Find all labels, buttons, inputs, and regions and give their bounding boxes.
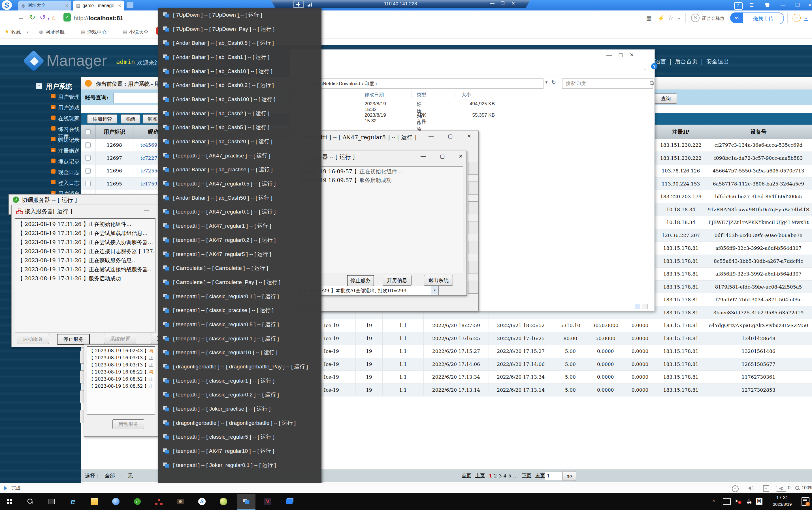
tray-display-icon[interactable] xyxy=(723,499,731,505)
plugin-box-icon[interactable]: + xyxy=(763,485,769,491)
sogou-app-icon[interactable]: S xyxy=(197,496,207,507)
select-all-checkbox[interactable] xyxy=(85,129,91,135)
dropdown-item[interactable]: [ Andar Bahar ] -- [ ab_Cash0.5 ] -- [ 运… xyxy=(158,36,321,50)
maximize-icon[interactable]: ▢ xyxy=(448,133,453,139)
browser-ball-icon[interactable] xyxy=(111,496,121,507)
search-box[interactable]: 搜索"印度" xyxy=(562,79,653,89)
dropdown-item[interactable]: [ Andar Bahar ] -- [ ab_practise ] -- [ … xyxy=(158,163,321,177)
dropdown-item[interactable]: [ teenpatti ] -- [ classic_practise ] --… xyxy=(158,303,321,318)
qr-code-icon[interactable]: ▦ xyxy=(646,15,652,22)
dropdown-item[interactable]: [ teenpatti ] -- [ AK47_regular0.2 ] -- … xyxy=(158,233,321,247)
collapse-icon[interactable]: − xyxy=(36,83,42,89)
query-button[interactable]: 查询 xyxy=(655,93,677,103)
tab-close-icon[interactable]: ✕ xyxy=(62,3,71,8)
minimize-button[interactable]: — xyxy=(781,2,785,8)
minimize-icon[interactable]: — xyxy=(429,133,434,139)
drag-upload-button[interactable]: 拖拽上传 xyxy=(743,12,784,24)
select-none-link[interactable]: 无 xyxy=(128,473,133,479)
close-icon[interactable]: ✕ xyxy=(467,133,471,139)
game-service-dropdown[interactable]: ▲ [ 7UpDown ] -- [ 7UpDown ] -- [ 运行 ] [… xyxy=(158,8,321,494)
sidebar-item[interactable]: → 在线玩家 xyxy=(0,113,81,123)
home-icon[interactable]: ⌂ xyxy=(52,13,56,22)
undo-icon[interactable]: ↺ xyxy=(40,13,46,22)
dropdown-item[interactable]: [ Carroulette ] -- [ Carroulette_Pay ] -… xyxy=(158,275,321,290)
refresh-icon[interactable]: ↻ xyxy=(29,13,35,22)
minimize-icon[interactable]: — xyxy=(144,207,149,213)
sogou-logo-icon[interactable]: S xyxy=(2,0,12,10)
dropdown-item[interactable]: [ teenpatti ] -- [ AK47_regular0.1 ] -- … xyxy=(158,205,321,219)
minimize-icon[interactable]: — xyxy=(606,52,612,58)
dropdown-item[interactable]: [ teenpatti ] -- [ classic_regular0.1 ] … xyxy=(158,290,321,304)
page-first-link[interactable]: 首页 xyxy=(462,472,471,479)
lightning-icon[interactable]: ⚡ xyxy=(658,15,665,22)
address-bar[interactable]: BaiduNetdiskDownload › 印度 › xyxy=(291,79,544,89)
rdp-minimize-icon[interactable]: — xyxy=(490,1,494,6)
tab-game-manager[interactable]: ▤ game - manager syste ✕ xyxy=(73,1,124,10)
column-type[interactable]: 类型 xyxy=(416,91,426,98)
game-ball-app-icon[interactable] xyxy=(218,496,229,507)
dropdown-item[interactable]: [ teenpatti ] -- [ AK47_practise ] -- [ … xyxy=(158,149,321,163)
start-service-button[interactable]: 启动服务 xyxy=(112,419,144,429)
dropdown-item[interactable]: [ teenpatti ] -- [ AK47_regular1 ] -- [ … xyxy=(158,219,321,233)
clock-time[interactable]: 17:31 xyxy=(768,495,796,501)
header-device-id[interactable]: 设备号 xyxy=(705,125,812,139)
star-dropdown-icon[interactable]: ▼ xyxy=(677,17,680,20)
bookmark-novel[interactable]: 小说大全 xyxy=(129,29,148,35)
header-user-id[interactable]: 用户标识 xyxy=(96,125,134,139)
game-server-app-icon[interactable] xyxy=(241,496,252,507)
speaker-icon[interactable] xyxy=(748,486,751,490)
stop-service-button[interactable]: 停止服务 xyxy=(347,275,374,286)
dropdown-item[interactable]: [ teenpatti ] -- [ AK47_regular0.5 ] -- … xyxy=(158,177,321,191)
dropdown-item[interactable]: [ Andar Bahar ] -- [ ab_Cash50 ] -- [ 运行… xyxy=(158,191,321,205)
new-tab-button[interactable] xyxy=(126,2,134,8)
sidebar-item[interactable]: → 赠送记录 xyxy=(0,134,81,145)
sidebar-item[interactable]: → 注册赠送 xyxy=(0,145,81,156)
combo-dropdown-icon[interactable]: ▼ xyxy=(431,286,438,295)
dropdown-item[interactable]: [ teenpatti ] -- [ classic_regular10 ] -… xyxy=(158,346,321,360)
page-next-link[interactable]: 下页 xyxy=(522,472,531,479)
dropdown-item[interactable]: [ teenpatti ] -- [ classic_regular5 ] --… xyxy=(158,430,321,444)
ribbon-collapse-icon[interactable]: ˬ xyxy=(644,65,645,70)
server-console-window[interactable]: 服务器 -- [ 运行 ] — ▢ ✕ 【 2023-08-19 16:09:5… xyxy=(298,151,467,296)
multi-window-badge[interactable]: 2 xyxy=(734,2,743,10)
sidebar-item[interactable]: → 登入日志 xyxy=(0,177,81,188)
page-number-input[interactable]: 1 xyxy=(545,471,563,480)
dropdown-item[interactable]: [ teenpatti ] -- [ AK47_regular5 ] -- [ … xyxy=(158,247,321,261)
bookmark-game-center[interactable]: 游戏中心 xyxy=(87,29,107,35)
log-area[interactable]: 【 2023-08-19 17:31:26 】正在初始化组件... 【 2023… xyxy=(15,218,155,332)
dropdown-item[interactable]: [ teenpatti ] -- [ classic_regular1 ] --… xyxy=(158,374,321,388)
column-date[interactable]: 修改日期 xyxy=(365,91,384,98)
access-server-app-icon[interactable] xyxy=(153,496,164,507)
dropdown-item[interactable]: [ 7UpDown ] -- [ 7UpDown_Pay ] -- [ 运行 ] xyxy=(158,22,321,36)
row-checkbox[interactable] xyxy=(85,143,91,148)
coordination-server-app-icon[interactable]: ⇄ xyxy=(132,496,143,507)
sidebar-item[interactable]: → 用户管理 xyxy=(0,91,81,102)
dropdown-item[interactable]: [ Andar Bahar ] -- [ ab_Cash20 ] -- [ 运行… xyxy=(158,134,321,149)
back-icon[interactable]: ← xyxy=(18,13,25,22)
start-button[interactable] xyxy=(4,496,15,507)
dropdown-item[interactable]: [ teenpatti ] -- [ Joker_practise ] -- [… xyxy=(158,402,321,416)
close-icon[interactable]: ✕ xyxy=(459,153,463,159)
access-server-window[interactable]: 接入服务器[ 运行 ] — 【 2023-08-19 17:31:26 】正在初… xyxy=(11,205,162,347)
dropdown-item[interactable]: [ Andar Bahar ] -- [ ab_Cash100 ] -- [ 运… xyxy=(158,92,321,107)
select-all-link[interactable]: 全部 xyxy=(105,473,115,479)
dropdown-item[interactable]: [ Andar Bahar ] -- [ ab_Cash0.2 ] -- [ 运… xyxy=(158,78,321,92)
undo-dropdown-icon[interactable]: ▼ xyxy=(47,17,50,20)
page-4-link[interactable]: 4 xyxy=(503,473,507,479)
row-checkbox[interactable] xyxy=(85,168,91,174)
camera-app-icon[interactable] xyxy=(175,496,186,507)
start-service-button[interactable]: 启动服务 xyxy=(17,334,49,344)
tab-website-collection[interactable]: ◍ 网址大全 ✕ xyxy=(18,1,71,10)
minimize-icon[interactable]: — xyxy=(142,196,148,202)
sidebar-item[interactable]: → 埋点记录 xyxy=(0,156,81,167)
help-icon[interactable]: ? xyxy=(651,63,657,69)
page-3-link[interactable]: 3 xyxy=(499,473,502,479)
url-field[interactable]: http://localhost:81 xyxy=(74,15,123,22)
internet-explorer-icon[interactable]: e xyxy=(67,496,78,507)
site-safety-shield-icon[interactable]: ✓ xyxy=(63,13,71,22)
rdp-restore-icon[interactable]: ❐ xyxy=(501,1,504,6)
bookmark-favorites[interactable]: 收藏 xyxy=(11,29,21,35)
chevron-down-icon[interactable]: ▼ xyxy=(26,31,29,34)
dropdown-item[interactable]: [ teenpatti ] -- [ classic_regular0.5 ] … xyxy=(158,318,321,332)
dropdown-item[interactable]: [ Andar Bahar ] -- [ ab_Cash10 ] -- [ 运行… xyxy=(158,64,321,79)
